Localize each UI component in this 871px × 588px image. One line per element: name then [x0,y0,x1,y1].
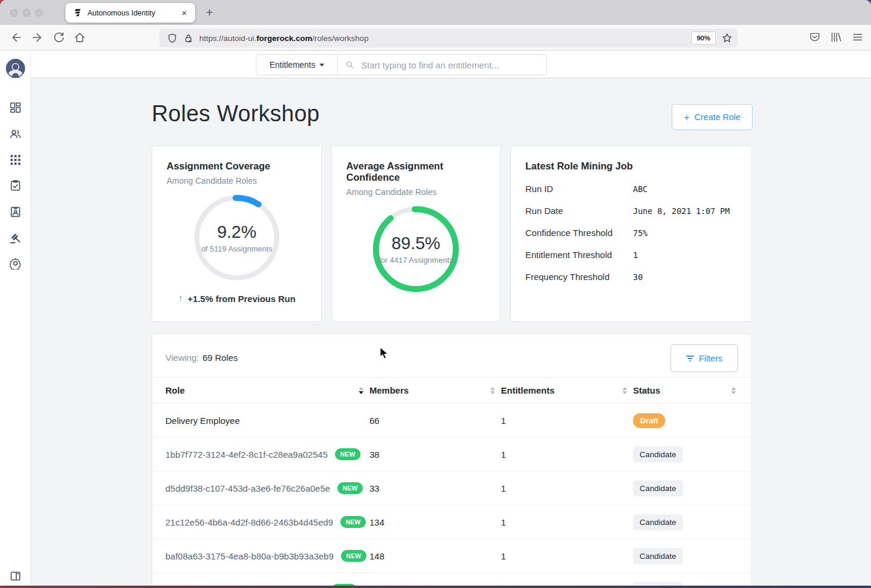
column-header[interactable]: Entitlements [501,385,633,395]
table-row[interactable]: 21c12e56-4b6a-4d2f-8d66-2463b4d45ed9 NEW… [152,505,751,539]
shield-tracking-icon[interactable] [167,33,178,44]
back-icon[interactable] [10,31,23,44]
sort-icon[interactable] [359,387,364,394]
filter-funnel-icon [686,355,694,362]
new-badge: NEW [335,448,361,461]
close-tab-icon[interactable]: × [179,7,189,18]
page-title: Roles Workshop [152,101,319,127]
confidence-donut-chart: 89.5% for 4417 Assignments [371,204,461,294]
zoom-level-badge[interactable]: 90% [692,32,715,44]
column-header[interactable]: Role [165,385,369,395]
screen: Autonomous Identity × + https://autoid-u… [0,0,871,588]
viewing-count: Viewing:69 Roles [165,353,238,363]
confidence-value: 89.5% [391,234,440,253]
assignment-coverage-card: Assignment Coverage Among Candidate Role… [152,146,322,322]
forward-icon[interactable] [31,31,44,44]
column-header[interactable]: Status [633,385,742,395]
card-title: Latest Role Mining Job [525,161,737,172]
role-name[interactable]: Delivery Employee [165,416,240,426]
search-scope-dropdown[interactable]: Entitlements [256,55,338,75]
members-value: 38 [369,449,501,460]
table-row[interactable]: baf08a63-3175-4ea8-b80a-b9b3b93a3eb9 NEW… [152,539,751,573]
reload-icon[interactable] [52,31,65,44]
users-icon[interactable] [9,127,22,140]
pocket-icon[interactable] [809,31,821,43]
table-row[interactable]: 1bb7f772-3124-4ef2-8c1f-c28ea9a02545 NEW… [152,438,751,471]
entitlements-value: 1 [501,517,633,527]
tasks-clipboard-icon[interactable] [9,179,22,192]
role-name[interactable]: 1bb7f772-3124-4ef2-8c1f-c28ea9a02545 [165,449,328,460]
table-row[interactable]: Delivery Employee 66 1 Draft [152,404,751,438]
entitlements-value: 1 [501,551,633,561]
settings-gear-icon[interactable] [9,257,22,270]
plus-icon: + [684,112,690,122]
arrow-up-icon: ↑ [178,293,183,304]
id-badge-icon[interactable] [9,205,22,218]
browser-tab-bar: Autonomous Identity × + [0,0,871,25]
url-bar[interactable]: https://autoid-ui.forgerock.com/roles/wo… [159,29,738,48]
entitlement-search-group: Entitlements [256,54,547,76]
role-name[interactable]: baf08a63-3175-4ea8-b80a-b9b3b93a3eb9 [165,551,334,561]
roles-table-body: Delivery Employee 66 1 Draft 1bb7f772-31… [152,404,751,586]
mining-row: Confidence Threshold75% [525,228,737,238]
sort-icon[interactable] [622,387,627,394]
dashboard-icon[interactable] [9,101,22,114]
card-subtitle: Among Candidate Roles [167,176,307,185]
lock-warning-icon[interactable] [183,33,195,44]
forgerock-logo-icon [73,8,82,17]
user-avatar[interactable] [6,59,25,78]
members-value: 33 [369,483,501,493]
role-mining-job-card: Latest Role Mining Job Run IDABC Run Dat… [510,146,752,322]
status-badge: Candidate [633,446,683,463]
new-badge: NEW [341,550,366,562]
new-badge: NEW [337,482,363,495]
entitlements-value: 1 [501,483,633,493]
mining-row: Run IDABC [525,184,737,194]
members-value: 148 [369,551,501,561]
sort-icon[interactable] [490,387,495,394]
status-badge: Draft [633,413,665,428]
gavel-icon[interactable] [9,231,22,244]
entitlement-search[interactable] [338,55,546,75]
role-name[interactable]: d5dd9f38-c107-453d-a3e6-fe76c26a0e5e [165,483,330,493]
entitlements-value: 1 [501,416,633,426]
window-close-button[interactable] [10,9,18,17]
assignment-confidence-card: Average Assignment Confidence Among Cand… [331,146,500,322]
library-icon[interactable] [830,31,842,43]
card-subtitle: Among Candidate Roles [346,187,485,197]
coverage-delta: ↑ +1.5% from Previous Run [167,293,307,304]
tab-title: Autonomous Identity [87,9,179,17]
new-tab-button[interactable]: + [202,4,217,21]
app-sidebar [0,51,31,586]
home-icon[interactable] [73,31,86,44]
page-content: Roles Workshop + Create Role Assignment … [31,77,871,586]
filters-button[interactable]: Filters [671,344,738,372]
panel-toggle-icon[interactable] [9,570,22,583]
search-icon [345,60,355,70]
search-input[interactable] [360,59,539,71]
apps-grid-icon[interactable] [9,153,22,166]
url-text[interactable]: https://autoid-ui.forgerock.com/roles/wo… [199,34,692,43]
table-row[interactable]: NEW Candidate [152,573,751,586]
chevron-down-icon [319,64,324,67]
window-minimize-button[interactable] [23,9,30,17]
create-role-button[interactable]: + Create Role [672,104,753,130]
menu-hamburger-icon[interactable] [851,31,864,43]
new-badge: NEW [340,516,366,529]
coverage-value: 9.2% [217,222,256,242]
window-zoom-button[interactable] [35,9,43,17]
status-badge: Candidate [633,548,683,564]
status-badge: Candidate [633,514,683,530]
mining-row: Frequency Threshold30 [525,272,737,282]
mining-row: Run DateJune 8, 2021 1:07 PM [525,206,737,216]
members-value: 134 [369,517,501,527]
confidence-caption: for 4417 Assignments [378,256,453,265]
bookmark-star-icon[interactable] [721,32,733,44]
column-header[interactable]: Members [369,385,501,395]
sort-icon[interactable] [731,387,736,394]
role-name[interactable]: 21c12e56-4b6a-4d2f-8d66-2463b4d45ed9 [165,517,333,527]
table-row[interactable]: d5dd9f38-c107-453d-a3e6-fe76c26a0e5e NEW… [152,471,751,505]
table-header-row: Role Members Entitlements Status [152,377,751,404]
coverage-caption: of 5119 Assignments [201,244,272,253]
browser-tab[interactable]: Autonomous Identity × [65,3,195,23]
